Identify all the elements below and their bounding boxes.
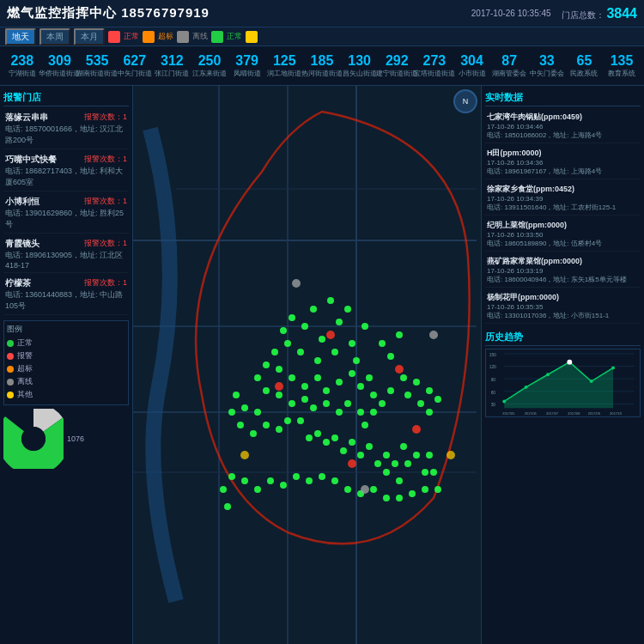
svg-point-21 [344, 306, 351, 313]
legend-dot [7, 366, 14, 373]
legend-item: 报警 [7, 350, 125, 361]
pie-chart [3, 409, 64, 469]
svg-point-106 [254, 486, 261, 493]
stat-value: 273 [423, 53, 447, 69]
store-name: 小博利恒 [5, 196, 39, 208]
svg-point-69 [233, 392, 240, 398]
store-item: 落缘云串串 报警次数：1 电话: 18570001666，地址: 汉江北路200… [3, 109, 129, 149]
svg-point-54 [379, 400, 386, 407]
svg-point-64 [284, 417, 291, 424]
stat-item: 627中矢门街道 [116, 53, 154, 78]
legend-dot-normal [211, 31, 223, 43]
svg-point-72 [250, 430, 257, 437]
legend-dot-offline [177, 31, 189, 43]
svg-point-75 [323, 439, 330, 446]
svg-point-94 [409, 490, 416, 497]
stat-value: 535 [86, 53, 109, 69]
svg-point-91 [430, 469, 437, 476]
map-area[interactable]: N [133, 86, 481, 644]
svg-point-102 [306, 477, 313, 484]
svg-point-108 [228, 473, 235, 480]
realtime-item: H田(ppm:0000) 17-10-26 10:34:36 电话: 18961… [485, 145, 641, 179]
svg-point-59 [417, 400, 424, 407]
nav-btn-month[interactable]: 本月 [74, 28, 105, 46]
legend-dot-over [143, 31, 155, 43]
left-panel: 报警门店 落缘云串串 报警次数：1 电话: 18570001666，地址: 汉江… [0, 86, 133, 644]
svg-point-16 [314, 357, 321, 364]
svg-point-35 [357, 383, 364, 390]
stat-item: 65民政系统 [566, 53, 604, 78]
legend-label-normal: 正常 [227, 31, 242, 42]
svg-point-51 [357, 409, 364, 416]
svg-point-86 [400, 443, 407, 450]
stat-value: 135 [611, 53, 634, 69]
header-datetime: 2017-10-26 10:35:45 [471, 9, 551, 18]
store-phone: 电话: 18570001666，地址: 汉江北路200号 [5, 124, 127, 146]
history-title: 历史趋势 [485, 329, 641, 346]
svg-point-57 [404, 392, 411, 398]
store-name: 青霞镜头 [5, 238, 39, 250]
svg-point-96 [383, 495, 390, 501]
store-alarm: 报警次数：1 [84, 154, 127, 166]
svg-point-82 [383, 452, 390, 459]
store-item: 青霞镜头 报警次数：1 电话: 18906130905，地址: 江北区418-1… [3, 235, 129, 273]
svg-point-89 [422, 469, 428, 476]
store-item: 小博利恒 报警次数：1 电话: 13901629860，地址: 胜利25号 [3, 193, 129, 234]
legend-item: 其他 [7, 389, 125, 400]
stat-value: 238 [10, 53, 33, 69]
nav-btn-today[interactable]: 地天 [5, 28, 36, 46]
svg-point-25 [280, 327, 287, 334]
svg-point-27 [271, 349, 278, 355]
stat-label: 湖南街道街道 [76, 69, 118, 78]
svg-text:30: 30 [491, 403, 496, 407]
svg-point-74 [314, 430, 321, 437]
svg-point-116 [292, 279, 301, 288]
history-chart-svg: 150 120 90 60 30 2017/05 2017/06 2017/07… [486, 349, 640, 416]
svg-point-18 [349, 340, 355, 347]
map-background: N [133, 86, 481, 644]
svg-point-84 [392, 460, 398, 467]
stat-item: 535湖南街道街道 [78, 53, 116, 78]
svg-point-33 [336, 379, 343, 386]
map-svg [133, 86, 481, 644]
svg-point-40 [396, 331, 403, 338]
stat-label: 建宁街道街道 [376, 69, 417, 78]
svg-point-52 [361, 422, 368, 428]
stat-value: 185 [311, 53, 334, 69]
svg-point-70 [228, 409, 235, 416]
svg-point-80 [366, 443, 373, 450]
stat-item: 312张江门街道 [154, 53, 191, 78]
svg-point-73 [306, 434, 313, 441]
svg-point-139 [502, 400, 506, 404]
store-alarm: 报警次数：1 [84, 238, 127, 250]
stat-label: 宁湖街道 [9, 69, 36, 78]
svg-point-15 [297, 349, 304, 355]
nav-btn-week[interactable]: 本周 [39, 28, 70, 46]
stat-item: 273宝塔街道街道 [416, 53, 453, 78]
header-title: 燃气监控指挥中心 18576797919 [7, 5, 210, 21]
store-name: 巧嘴中式快餐 [5, 154, 57, 166]
rt-name: 徐家家乡食堂(ppm:0452) [487, 184, 574, 195]
stat-item: 130昌矢山街道 [341, 53, 379, 78]
svg-point-61 [426, 409, 433, 416]
svg-point-46 [301, 396, 308, 403]
store-item: 巧嘴中式快餐 报警次数：1 电话: 18682717403，地址: 利和大厦60… [3, 151, 129, 191]
svg-point-111 [326, 331, 335, 339]
svg-point-58 [413, 379, 420, 386]
rt-time: 17-10-26 10:33:19 [487, 267, 639, 275]
stat-label: 教育系统 [608, 69, 635, 78]
svg-point-49 [336, 409, 343, 416]
rt-time: 17-10-26 10:35:35 [487, 303, 639, 311]
svg-point-63 [297, 417, 304, 424]
legend-label-text: 正常 [17, 337, 33, 349]
svg-point-90 [426, 452, 433, 459]
stat-label: 湖南管委会 [492, 69, 526, 78]
svg-text:2017/10: 2017/10 [610, 411, 623, 416]
svg-point-32 [323, 387, 330, 394]
legend-label-text: 超标 [17, 363, 33, 374]
legend-label-over: 超标 [158, 31, 173, 42]
svg-point-85 [396, 477, 403, 484]
svg-point-34 [349, 370, 355, 377]
svg-point-48 [323, 400, 330, 407]
svg-point-81 [374, 460, 381, 467]
